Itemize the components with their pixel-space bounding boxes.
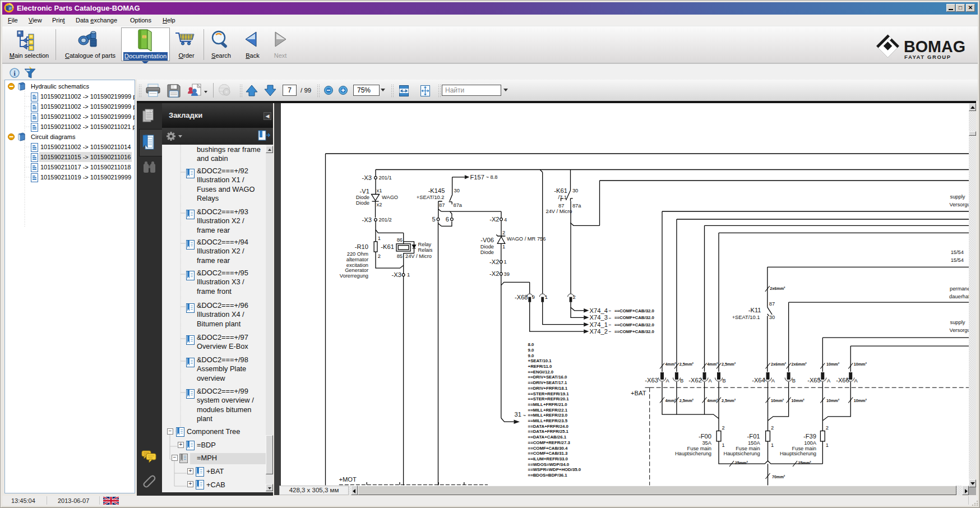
svg-text:1: 1 [722, 442, 725, 448]
svg-text:10mm²: 10mm² [826, 398, 840, 403]
svg-text:-X3: -X3 [362, 216, 372, 223]
svg-text:5: 5 [432, 216, 436, 223]
svg-text:25mm²: 25mm² [735, 460, 748, 465]
svg-text:87: 87 [439, 202, 445, 208]
svg-text:/7.1: /7.1 [558, 195, 567, 200]
svg-text:X74_1: X74_1 [590, 321, 608, 328]
svg-text:4mm²: 4mm² [665, 362, 677, 367]
svg-text:Versorgung: Versorgung [950, 202, 969, 207]
svg-text:==COMF+CAB/32.0: ==COMF+CAB/32.0 [614, 315, 655, 320]
svg-text:-X2: -X2 [489, 216, 499, 223]
svg-text:A: A [854, 378, 858, 384]
svg-text:+SEAT/10.1: +SEAT/10.1 [528, 358, 552, 363]
svg-text:B: B [680, 378, 683, 384]
svg-text:A: A [771, 378, 775, 384]
svg-text:+MOT: +MOT [339, 476, 357, 483]
svg-text:2: 2 [573, 294, 576, 300]
svg-text:2: 2 [502, 230, 505, 235]
svg-text:100A: 100A [804, 440, 817, 446]
svg-text:+SEAT/10.2: +SEAT/10.2 [417, 195, 445, 200]
svg-text:87a: 87a [454, 202, 463, 208]
svg-text:Diode: Diode [480, 250, 494, 255]
svg-text:10mm²: 10mm² [854, 362, 867, 367]
svg-text:-X2: -X2 [489, 270, 499, 277]
svg-text:10mm²: 10mm² [771, 398, 784, 403]
svg-text:-X3: -X3 [362, 174, 372, 181]
svg-text:-X2: -X2 [489, 258, 499, 265]
svg-text:Fuse main: Fuse main [687, 446, 711, 451]
svg-text:8.0: 8.0 [528, 342, 535, 347]
svg-text:-X3: -X3 [392, 271, 401, 278]
svg-text:==COMF+REFR/27.3: ==COMF+REFR/27.3 [528, 440, 571, 445]
svg-text:==DRIV+SEAT/16.0: ==DRIV+SEAT/16.0 [528, 375, 568, 380]
svg-text:B: B [792, 378, 796, 384]
svg-text:==COMF+CAB/32.0: ==COMF+CAB/32.0 [614, 329, 655, 334]
svg-text:X74_2: X74_2 [590, 328, 608, 335]
svg-text:2,5mm²: 2,5mm² [722, 362, 736, 367]
svg-text:A: A [666, 378, 670, 384]
svg-text:~: ~ [523, 413, 526, 418]
svg-text:~: ~ [608, 316, 611, 321]
svg-text:Hauptsicherung: Hauptsicherung [675, 451, 711, 456]
svg-text:-F39: -F39 [803, 433, 816, 440]
svg-text:x2: x2 [377, 202, 382, 207]
svg-text:2: 2 [378, 253, 381, 259]
svg-text:+BAT: +BAT [631, 390, 646, 396]
svg-text:2: 2 [826, 425, 829, 431]
svg-text:Versorgung: Versorgung [950, 327, 969, 333]
svg-text:F157: F157 [470, 174, 485, 181]
svg-text:==DRIV+SEAT/17.1: ==DRIV+SEAT/17.1 [528, 380, 568, 385]
svg-text:2x6mm²: 2x6mm² [771, 362, 787, 367]
svg-text:-X63: -X63 [645, 377, 658, 384]
svg-text:WAGO / MR 756: WAGO / MR 756 [507, 236, 546, 242]
svg-text:dauerhaft: dauerhaft [949, 294, 969, 299]
svg-text:==DATA+FRFR/25.1: ==DATA+FRFR/25.1 [528, 429, 569, 434]
svg-text:Vorerregung: Vorerregung [340, 273, 368, 279]
svg-text:1: 1 [545, 294, 548, 300]
svg-text:87: 87 [769, 301, 775, 307]
svg-text:25mm²: 25mm² [798, 460, 812, 465]
svg-text:70mm²: 70mm² [772, 474, 785, 479]
svg-text:~: ~ [608, 308, 611, 313]
svg-text:Hauptsicherung: Hauptsicherung [723, 451, 760, 456]
svg-text:+SEAT/10.1: +SEAT/10.1 [732, 315, 760, 320]
svg-text:A: A [827, 378, 831, 384]
svg-text:==COMF+CAB/32.0: ==COMF+CAB/32.0 [614, 322, 655, 327]
svg-text:~ 8.8: ~ 8.8 [486, 174, 498, 180]
svg-text:10mm²: 10mm² [854, 398, 867, 403]
svg-text:30: 30 [769, 315, 775, 320]
svg-text:X74_3: X74_3 [590, 314, 608, 321]
svg-text:220 Ohm: 220 Ohm [347, 251, 368, 257]
svg-text:-X62: -X62 [688, 377, 702, 384]
svg-text:i: i [13, 69, 16, 77]
svg-text:x1: x1 [377, 188, 382, 193]
svg-text:WAGO: WAGO [382, 195, 398, 200]
svg-text:201/1: 201/1 [379, 175, 392, 181]
svg-text:Relay: Relay [418, 242, 432, 247]
svg-text:supply: supply [950, 194, 965, 200]
svg-text:9: 9 [532, 294, 535, 300]
svg-text:-R10: -R10 [355, 243, 368, 250]
svg-text:9.0: 9.0 [528, 348, 535, 353]
svg-text:4mm²: 4mm² [665, 398, 677, 403]
svg-text:2x6mm²: 2x6mm² [792, 362, 807, 367]
svg-text:1: 1 [771, 442, 774, 448]
svg-text:alternator: alternator [346, 257, 368, 262]
svg-text:85: 85 [397, 253, 403, 259]
svg-text:-X68: -X68 [515, 294, 528, 301]
svg-text:==DATA+CAB/26.1: ==DATA+CAB/26.1 [528, 435, 567, 440]
svg-text:87a: 87a [572, 203, 581, 209]
svg-text:15/54: 15/54 [951, 250, 964, 255]
svg-text:BOMAG: BOMAG [904, 37, 965, 56]
svg-text:Hauptsicherung: Hauptsicherung [780, 451, 816, 456]
svg-text:2,5mm²: 2,5mm² [679, 398, 694, 403]
svg-text:-V1: -V1 [360, 188, 369, 195]
svg-text:1: 1 [502, 244, 505, 250]
svg-text:==MILL+REFR/22.1: ==MILL+REFR/22.1 [528, 408, 568, 413]
svg-text:150A: 150A [748, 440, 761, 446]
svg-text:-K61: -K61 [381, 243, 394, 250]
svg-text:Fuse main: Fuse main [736, 446, 760, 451]
svg-text:excitation: excitation [346, 262, 368, 268]
svg-text:-K11: -K11 [748, 307, 761, 313]
svg-text:87: 87 [558, 203, 564, 209]
